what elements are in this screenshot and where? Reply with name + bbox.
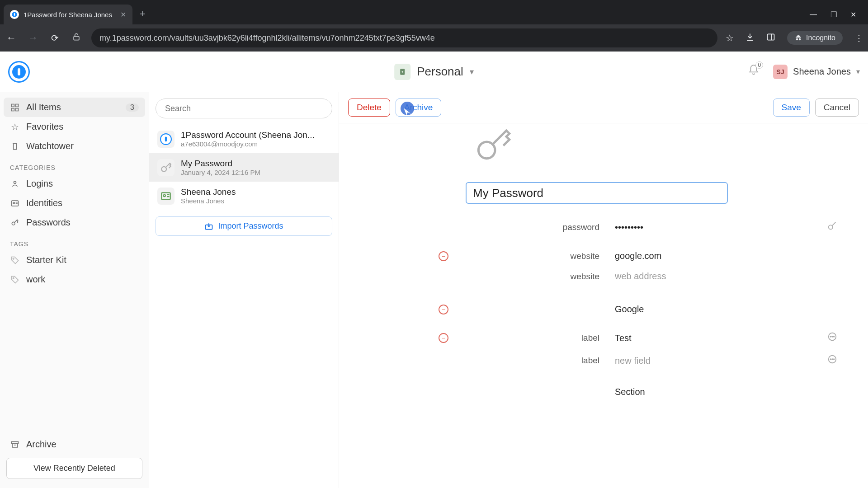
- bookmark-icon[interactable]: ☆: [726, 33, 734, 43]
- password-value[interactable]: •••••••••: [615, 222, 827, 233]
- item-type-icon: [475, 126, 511, 164]
- sidepanel-icon[interactable]: [766, 33, 775, 44]
- svg-point-16: [12, 222, 15, 225]
- list-item[interactable]: Sheena Jones Sheena Jones: [149, 182, 339, 210]
- item-title-input[interactable]: [466, 182, 728, 204]
- sidebar-item-logins[interactable]: Logins: [4, 174, 145, 193]
- notifications-button[interactable]: 0: [748, 64, 760, 79]
- field-label: label: [466, 333, 615, 343]
- detail-pane: Delete Archive Save Cancel password ••••…: [339, 92, 868, 488]
- svg-rect-9: [16, 104, 19, 107]
- field-label: label: [466, 356, 615, 366]
- svg-rect-5: [18, 68, 20, 75]
- url-text: my.1password.com/vaults/uu3avjbk62y6li4f…: [99, 33, 435, 43]
- svg-point-13: [14, 181, 16, 183]
- sidebar-tag-work[interactable]: work: [4, 270, 145, 289]
- sidebar: All Items 3 ☆ Favorites Watchtower CATEG…: [0, 92, 149, 488]
- svg-rect-8: [12, 104, 14, 107]
- view-recently-deleted-button[interactable]: View Recently Deleted: [6, 458, 142, 479]
- svg-point-35: [834, 359, 835, 360]
- svg-point-31: [834, 336, 835, 337]
- cancel-button[interactable]: Cancel: [815, 99, 859, 117]
- passwords-icon: [10, 218, 20, 228]
- sidebar-item-all-items[interactable]: All Items 3: [4, 98, 145, 117]
- browser-menu-icon[interactable]: ⋮: [854, 33, 863, 43]
- svg-point-17: [13, 258, 14, 259]
- svg-rect-19: [12, 441, 19, 443]
- site-info-icon[interactable]: [70, 33, 83, 44]
- field-placeholder[interactable]: new field: [615, 356, 827, 366]
- star-icon: ☆: [10, 122, 20, 132]
- archive-button[interactable]: Archive: [396, 99, 441, 117]
- app-logo[interactable]: [8, 61, 30, 83]
- svg-point-7: [402, 71, 403, 72]
- field-options-icon[interactable]: [827, 332, 837, 344]
- all-items-count: 3: [126, 103, 139, 112]
- nav-back-icon[interactable]: ←: [5, 32, 18, 44]
- website-placeholder[interactable]: web address: [615, 271, 850, 282]
- nav-reload-icon[interactable]: ⟳: [48, 33, 61, 43]
- tab-title: 1Password for Sheena Jones: [24, 11, 112, 19]
- address-bar[interactable]: my.1password.com/vaults/uu3avjbk62y6li4f…: [91, 28, 717, 47]
- vault-icon: [394, 64, 410, 80]
- svg-point-34: [832, 359, 833, 360]
- website-label: website: [466, 272, 615, 282]
- svg-point-24: [164, 194, 165, 196]
- sidebar-item-watchtower[interactable]: Watchtower: [4, 136, 145, 156]
- identity-icon: [157, 188, 175, 205]
- svg-rect-10: [12, 108, 14, 111]
- archive-icon: [10, 440, 20, 450]
- remove-field-icon[interactable]: −: [439, 251, 448, 261]
- tab-favicon: [10, 10, 19, 19]
- list-item[interactable]: 1Password Account (Sheena Jon... a7e6300…: [149, 125, 339, 153]
- svg-rect-11: [16, 108, 19, 111]
- svg-rect-1: [14, 13, 15, 16]
- window-minimize-icon[interactable]: ―: [810, 10, 817, 19]
- user-name: Sheena Jones: [793, 66, 851, 77]
- vault-selector[interactable]: Personal ▾: [394, 64, 474, 80]
- svg-rect-2: [74, 36, 79, 40]
- remove-section-icon[interactable]: −: [439, 305, 448, 314]
- watchtower-icon: [10, 141, 20, 151]
- save-button[interactable]: Save: [773, 99, 810, 117]
- sidebar-item-archive[interactable]: Archive: [4, 435, 145, 454]
- categories-heading: CATEGORIES: [4, 156, 145, 174]
- section-title[interactable]: Section: [615, 387, 850, 397]
- list-item[interactable]: My Password January 4, 2024 12:16 PM: [149, 153, 339, 182]
- vault-name: Personal: [417, 65, 463, 79]
- window-close-icon[interactable]: ✕: [850, 10, 856, 19]
- sidebar-item-favorites[interactable]: ☆ Favorites: [4, 117, 145, 136]
- search-input[interactable]: [156, 99, 332, 118]
- nav-forward-icon[interactable]: →: [26, 32, 40, 44]
- delete-button[interactable]: Delete: [348, 99, 390, 117]
- incognito-indicator[interactable]: Incognito: [787, 31, 843, 45]
- chevron-down-icon: ▾: [856, 67, 860, 76]
- key-icon: [157, 159, 175, 176]
- svg-rect-21: [165, 136, 167, 141]
- section-title[interactable]: Google: [615, 304, 850, 314]
- downloads-icon[interactable]: [745, 33, 755, 44]
- logins-icon: [10, 179, 20, 189]
- sidebar-item-passwords[interactable]: Passwords: [4, 213, 145, 232]
- svg-point-30: [832, 336, 833, 337]
- import-passwords-button[interactable]: Import Passwords: [156, 216, 332, 236]
- user-menu[interactable]: SJ Sheena Jones ▾: [773, 65, 860, 79]
- generate-password-icon[interactable]: [827, 221, 837, 234]
- svg-rect-12: [14, 143, 17, 149]
- field-value[interactable]: Test: [615, 333, 827, 343]
- window-maximize-icon[interactable]: ❐: [830, 10, 837, 19]
- remove-field-icon[interactable]: −: [439, 333, 448, 343]
- browser-tab[interactable]: 1Password for Sheena Jones ✕: [4, 5, 132, 24]
- sidebar-item-identities[interactable]: Identities: [4, 193, 145, 213]
- svg-point-18: [13, 277, 14, 279]
- svg-point-22: [161, 166, 166, 171]
- tab-close-icon[interactable]: ✕: [120, 10, 126, 19]
- account-icon: [157, 131, 175, 148]
- sidebar-tag-starter-kit[interactable]: Starter Kit: [4, 250, 145, 270]
- tag-icon: [10, 275, 20, 285]
- new-tab-button[interactable]: +: [132, 8, 153, 24]
- notification-count: 0: [755, 61, 763, 69]
- field-options-icon[interactable]: [827, 354, 837, 367]
- website-value[interactable]: google.com: [615, 251, 850, 261]
- tag-icon: [10, 255, 20, 265]
